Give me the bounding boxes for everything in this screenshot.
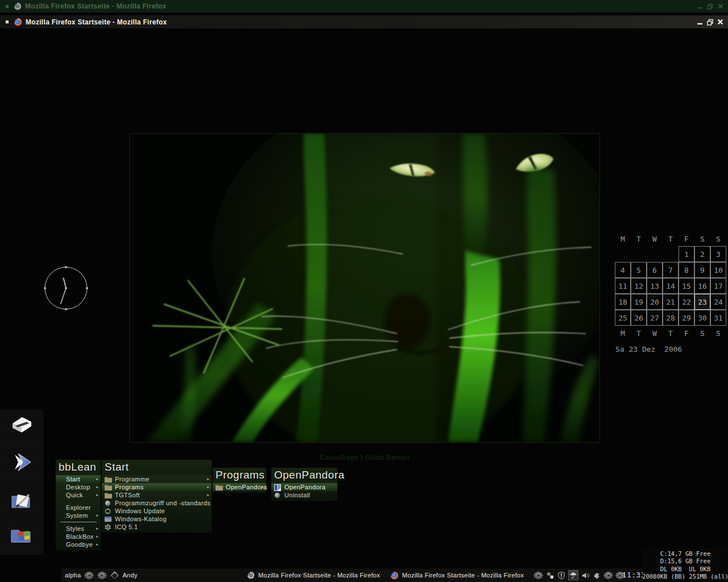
window-menu-box[interactable] bbox=[6, 20, 9, 23]
menu-item-programmzugriff[interactable]: Programmzugriff und -standards bbox=[102, 499, 212, 507]
shield-alert-icon[interactable] bbox=[557, 571, 566, 580]
calendar-day: 20 bbox=[647, 294, 663, 310]
analog-clock-widget[interactable] bbox=[43, 265, 89, 311]
calendar-day: 3 bbox=[710, 246, 726, 262]
system-meter: C:14,7 GB Free D:15,6 GB Free DL 0KB UL … bbox=[643, 548, 728, 582]
volume-icon[interactable] bbox=[581, 571, 590, 580]
menu-item-programme[interactable]: Programme ▸ bbox=[102, 475, 212, 483]
menu-item-openpandora-app[interactable]: OpenPandora bbox=[271, 483, 337, 491]
firefox-icon-gray bbox=[247, 571, 255, 579]
menu-item-explorer[interactable]: Explorer bbox=[56, 504, 101, 512]
calendar-day: 1 bbox=[679, 246, 694, 262]
calendar-header: T bbox=[663, 326, 679, 340]
close-icon[interactable] bbox=[717, 3, 723, 10]
calendar-header: S bbox=[694, 326, 710, 340]
analog-clock-face bbox=[43, 265, 89, 311]
firefox-icon bbox=[390, 571, 399, 580]
menu-item-uninstall[interactable]: Uninstall bbox=[271, 491, 337, 499]
network-rates: DL 0KB UL 0KB bbox=[660, 566, 711, 573]
drive-d-free: D:15,6 GB Free bbox=[660, 558, 711, 566]
calendar-day: 10 bbox=[710, 262, 726, 278]
hand-icon[interactable] bbox=[592, 571, 601, 580]
calendar-header: T bbox=[631, 326, 647, 340]
calendar-date-status: Sa 23 Dez 2006 bbox=[615, 345, 727, 354]
menu-item-openpandora-folder[interactable]: OpenPandora ▸ bbox=[213, 483, 266, 491]
menu-item-desktop[interactable]: Desktop ▸ bbox=[56, 483, 101, 491]
calendar-day: 5 bbox=[631, 262, 647, 278]
folder-windows-icon[interactable] bbox=[9, 523, 34, 546]
catalog-window-icon bbox=[105, 516, 112, 522]
calendar-day: 15 bbox=[679, 278, 694, 294]
menu-item-label: Desktop bbox=[66, 484, 90, 490]
menu-item-quick[interactable]: Quick ▸ bbox=[56, 491, 101, 499]
calendar-header: F bbox=[679, 326, 694, 340]
menu-item-label: Quick bbox=[66, 492, 83, 498]
task-button-firefox-2[interactable]: Mozilla Firefox Startseite - Mozilla Fir… bbox=[390, 568, 524, 582]
calendar-header: W bbox=[647, 231, 663, 246]
close-icon[interactable] bbox=[717, 19, 723, 25]
folder-icon bbox=[105, 484, 112, 490]
menu-item-label: ICQ 5.1 bbox=[115, 523, 138, 530]
workspace-prev-button[interactable]: ◀ bbox=[84, 572, 94, 579]
menu-item-icq[interactable]: ICQ 5.1 bbox=[102, 523, 212, 531]
menu-item-label: System bbox=[66, 512, 88, 519]
menu-item-programs[interactable]: Programs ▸ bbox=[102, 483, 212, 491]
menu-item-tgtsoft[interactable]: TGTSoft ▸ bbox=[102, 491, 212, 499]
memory-usage: 20080KB (BB) 251MB (all) bbox=[642, 573, 728, 581]
minimize-icon[interactable] bbox=[697, 3, 703, 10]
white-wedge-drive-icon[interactable] bbox=[9, 414, 34, 436]
task-label: Mozilla Firefox Startseite - Mozilla Fir… bbox=[402, 572, 524, 579]
calendar-day: 31 bbox=[710, 310, 726, 326]
firefox-icon-gray bbox=[14, 2, 22, 10]
minimize-icon[interactable] bbox=[697, 19, 703, 25]
menu-item-label: TGTSoft bbox=[115, 492, 140, 498]
menu-item-label: Windows-Katalog bbox=[115, 516, 167, 522]
workspace-next-button[interactable]: ▶ bbox=[97, 572, 107, 579]
menu-item-label: Goodbye bbox=[66, 541, 93, 548]
drive-c-free: C:14,7 GB Free bbox=[660, 550, 711, 558]
folder-pen-icon[interactable] bbox=[9, 489, 34, 512]
antivir-umbrella-icon[interactable] bbox=[568, 570, 578, 580]
calendar-day: 28 bbox=[663, 310, 679, 326]
menu-item-goodbye[interactable]: Goodbye ▸ bbox=[56, 541, 101, 548]
calendar-day: 16 bbox=[694, 278, 710, 294]
calendar-day: 25 bbox=[615, 310, 631, 326]
calendar-day: 21 bbox=[663, 294, 679, 310]
menu-item-windows-katalog[interactable]: Windows-Katalog bbox=[102, 515, 212, 523]
calendar-empty bbox=[615, 246, 631, 262]
tray-button-left[interactable]: ◀ bbox=[603, 572, 613, 579]
calendar-day: 24 bbox=[710, 294, 726, 310]
calendar-header: F bbox=[679, 231, 694, 246]
sphere-icon bbox=[274, 492, 282, 498]
menu-item-blackbox[interactable]: BlackBox ▸ bbox=[56, 533, 101, 541]
submenu-arrow-icon: ▸ bbox=[96, 493, 98, 497]
blue-chevron-launcher-icon[interactable] bbox=[9, 451, 34, 473]
menu-item-styles[interactable]: Styles ▸ bbox=[56, 525, 101, 533]
calendar-header: T bbox=[663, 231, 679, 246]
window-menu-box[interactable] bbox=[6, 5, 9, 8]
submenu-arrow-icon: ▸ bbox=[96, 534, 98, 539]
menu-item-label: Uninstall bbox=[284, 492, 310, 498]
menu-item-label: BlackBox bbox=[66, 533, 94, 540]
menu-item-label: Programs bbox=[115, 484, 143, 490]
restore-icon[interactable] bbox=[707, 3, 713, 10]
submenu-arrow-icon: ▸ bbox=[96, 526, 98, 531]
menu-separator bbox=[56, 519, 101, 525]
menu-item-windows-update[interactable]: Windows Update bbox=[102, 507, 212, 515]
menu-item-system[interactable]: System ▸ bbox=[56, 512, 101, 519]
tray-collapse-button[interactable]: ◆ bbox=[533, 572, 543, 579]
menu-item-label: Programme bbox=[115, 476, 150, 483]
system-tray: ◆ ◀ ▶ bbox=[533, 568, 625, 582]
titlebar-firefox-unfocused[interactable]: Mozilla Firefox Startseite - Mozilla Fir… bbox=[0, 0, 728, 13]
menu-item-start[interactable]: Start ▸ bbox=[56, 475, 101, 483]
restore-icon[interactable] bbox=[707, 19, 713, 25]
calendar-day: 27 bbox=[647, 310, 663, 326]
network-icon[interactable] bbox=[545, 571, 555, 580]
task-button-firefox-1[interactable]: Mozilla Firefox Startseite - Mozilla Fir… bbox=[247, 568, 380, 582]
menu-item-label: Styles bbox=[66, 525, 84, 532]
calendar-header: S bbox=[710, 231, 726, 246]
titlebar-firefox-focused[interactable]: Mozilla Firefox Startseite - Mozilla Fir… bbox=[0, 15, 728, 28]
calendar-day: 12 bbox=[631, 278, 647, 294]
calendar-empty bbox=[647, 246, 663, 262]
menu-item-label: Programmzugriff und -standards bbox=[115, 500, 210, 506]
